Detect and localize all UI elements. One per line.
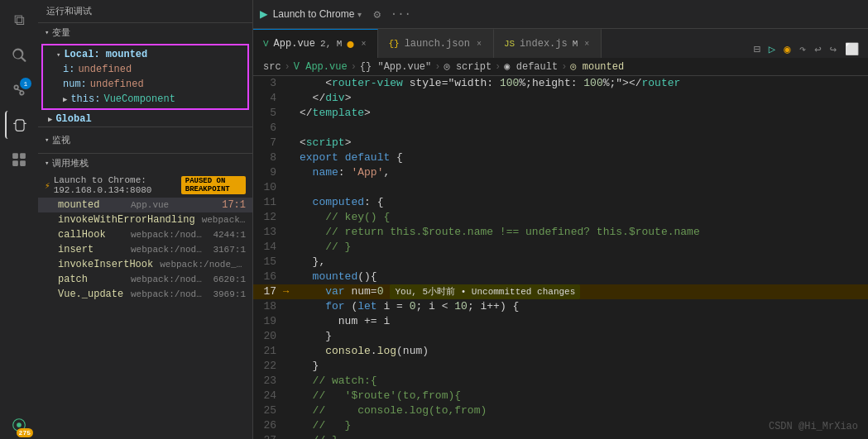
tab-launch-json-label: launch.json <box>405 38 470 50</box>
stack-frame[interactable]: patch webpack:/node_modules/vue/dist/vue… <box>38 272 252 287</box>
var-i-value: undefined <box>78 64 132 75</box>
frame-line: 4244:1 <box>213 230 246 240</box>
stack-frame[interactable]: insert webpack:/node_modules/vue/dist/vu… <box>38 242 252 257</box>
svg-point-1 <box>20 91 24 95</box>
watch-title[interactable]: ▾ 监视 <box>38 131 252 150</box>
extensions-icon[interactable] <box>5 146 33 174</box>
gear-icon[interactable]: ⚙ <box>370 6 383 23</box>
svg-rect-4 <box>20 153 26 159</box>
redo-icon[interactable]: ↪ <box>827 41 839 58</box>
var-i[interactable]: i: undefined <box>43 62 247 77</box>
tab-app-vue[interactable]: V App.vue 2, M ⬤ × <box>253 29 378 58</box>
code-line: 19 num += i <box>253 314 868 329</box>
remote-icon[interactable]: 275 <box>5 411 33 439</box>
frame-path: webpack:/node_modules/vue/dist/vue.esm.j… <box>160 260 246 270</box>
frame-name: invokeInsertHook <box>58 259 153 270</box>
step-over-icon[interactable]: ↷ <box>797 41 808 58</box>
scm-icon[interactable]: 1 <box>5 76 33 104</box>
frame-name: Vue._update <box>58 289 124 300</box>
split-icon[interactable]: ⊟ <box>751 41 762 58</box>
global-group-header[interactable]: ▶ Global <box>38 112 252 126</box>
fullscreen-icon[interactable]: ⬜ <box>842 41 861 58</box>
tab-close-icon[interactable]: × <box>359 40 367 49</box>
code-line: 13 // return this.$route.name !== undefi… <box>253 225 868 240</box>
activity-bar: ⧉ 1 275 <box>0 0 38 439</box>
line-number: 8 <box>253 150 283 165</box>
code-line: 5</template> <box>253 106 868 121</box>
frame-path: webpack:/node_modules/vue/dist/vue.esm.j… <box>131 230 206 240</box>
undo-icon[interactable]: ↩ <box>812 41 823 58</box>
uncommitted-hint: You, 5小时前 • Uncommitted changes <box>390 284 580 299</box>
launch-button[interactable]: Launch to Chrome ▾ <box>273 8 362 20</box>
global-chevron-icon: ▶ <box>48 115 52 124</box>
line-number: 20 <box>253 329 283 344</box>
breadcrumb-script[interactable]: ◎ script <box>444 60 492 73</box>
line-number: 23 <box>253 374 283 389</box>
svg-line-2 <box>17 89 22 91</box>
sidebar-header-title: 运行和调试 <box>46 5 92 17</box>
stack-frame[interactable]: mounted App.vue 17:1 <box>38 198 252 212</box>
line-number: 21 <box>253 344 283 359</box>
explorer-icon[interactable]: ⧉ <box>5 7 33 35</box>
sidebar-panel: 运行和调试 ▾ 变量 ▾ Local: mounted i: undefined… <box>38 0 253 439</box>
frame-name: invokeWithErrorHandling <box>58 214 195 226</box>
variables-title[interactable]: ▾ 变量 <box>38 23 252 42</box>
global-group-label: Global <box>55 113 91 125</box>
code-content: // '$route'(to,from){ <box>296 389 868 403</box>
breadcrumb-src[interactable]: src <box>263 61 281 73</box>
var-num[interactable]: num: undefined <box>43 77 247 92</box>
scm-badge: 1 <box>20 78 31 89</box>
stack-frame[interactable]: callHook webpack:/node_modules/vue/dist/… <box>38 227 252 242</box>
line-number: 3 <box>253 76 283 91</box>
breadcrumb-sep4: › <box>495 61 501 73</box>
paused-badge: PAUSED ON BREAKPOINT <box>181 176 246 194</box>
variables-chevron-icon: ▾ <box>45 28 49 37</box>
code-editor[interactable]: 3 <router-view style="width: 100%;height… <box>253 76 868 439</box>
debug-record-icon[interactable]: ◉ <box>781 41 793 58</box>
code-line: 21 console.log(num) <box>253 344 868 359</box>
variables-label: 变量 <box>52 26 70 39</box>
line-number: 6 <box>253 121 283 136</box>
line-number: 4 <box>253 91 283 106</box>
callstack-title[interactable]: ▾ 调用堆栈 <box>38 154 252 173</box>
stack-frame[interactable]: invokeInsertHook webpack:/node_modules/v… <box>38 257 252 272</box>
code-content: <router-view style="width: 100%;height: … <box>296 76 868 91</box>
this-chevron-icon: ▶ <box>63 95 67 104</box>
search-icon[interactable] <box>5 41 33 69</box>
var-i-label: i: <box>63 64 74 75</box>
code-content: // console.log(to,from) <box>296 403 868 418</box>
local-group-header[interactable]: ▾ Local: mounted <box>43 47 247 62</box>
code-content: num += i <box>296 314 868 329</box>
more-icon[interactable]: ··· <box>387 6 415 23</box>
tab-index-js[interactable]: JS index.js M × <box>494 29 602 58</box>
var-this-label: this: <box>70 93 100 105</box>
breadcrumb-sep2: › <box>351 61 357 73</box>
tab-index-js-label: index.js <box>520 38 568 50</box>
tab-launch-close-icon[interactable]: × <box>475 40 483 49</box>
breadcrumb-mounted[interactable]: ◎ mounted <box>570 60 624 73</box>
stack-frame[interactable]: Vue._update webpack:/node_modules/vue/di… <box>38 287 252 302</box>
line-number: 24 <box>253 389 283 403</box>
code-line: 24 // '$route'(to,from){ <box>253 389 868 403</box>
line-number: 18 <box>253 299 283 314</box>
tab-index-close-icon[interactable]: × <box>583 40 591 49</box>
callstack-label: 调用堆栈 <box>52 157 89 169</box>
breadcrumb-appvue[interactable]: {} "App.vue" <box>360 61 431 73</box>
breadcrumb-file[interactable]: V App.vue <box>294 61 348 73</box>
breadcrumb-default[interactable]: ◉ default <box>504 60 558 73</box>
stack-frame[interactable]: invokeWithErrorHandling webpack:/node_mo… <box>38 212 252 227</box>
code-content: </template> <box>296 106 868 121</box>
breadcrumb-sep1: › <box>285 61 290 73</box>
debug-icon[interactable] <box>5 111 33 139</box>
frame-path: webpack:/node_modules/vue/dist/vue.esm.j… <box>131 245 206 255</box>
variables-section: ▾ 变量 ▾ Local: mounted i: undefined num: … <box>38 23 252 127</box>
var-this[interactable]: ▶ this: VueComponent <box>43 92 247 107</box>
code-line: 16 mounted(){ <box>253 270 868 284</box>
tab-launch-json[interactable]: {} launch.json × <box>378 29 493 58</box>
code-line: 25 // console.log(to,from) <box>253 403 868 418</box>
remote-badge: 275 <box>17 428 33 437</box>
code-line: 4 </div> <box>253 91 868 106</box>
var-num-label: num: <box>63 79 87 90</box>
code-content: name: 'App', <box>296 165 868 180</box>
debug-run-icon[interactable]: ▷ <box>766 41 778 58</box>
